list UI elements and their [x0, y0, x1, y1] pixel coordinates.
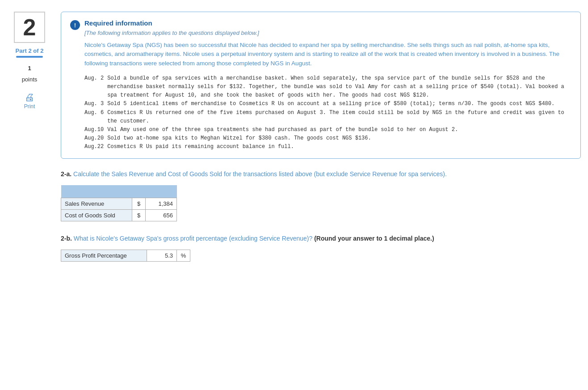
info-box: ! Required information [The following in… — [61, 12, 581, 159]
step-number: 2 — [14, 12, 45, 43]
info-description: Nicole's Getaway Spa (NGS) has been so s… — [84, 41, 571, 68]
transaction-text: Sold two at-home spa kits to Meghan Witz… — [107, 134, 571, 143]
transaction-row: Aug.20 Sold two at-home spa kits to Megh… — [84, 134, 571, 143]
info-title: Required information — [84, 19, 571, 27]
transaction-text: Cosmetics R Us paid its remaining accoun… — [107, 143, 571, 151]
row-label: Cost of Goods Sold — [61, 209, 132, 221]
question-2a-section: 2-a. Calculate the Sales Revenue and Cos… — [61, 170, 581, 221]
transaction-date: Aug. 3 — [84, 100, 107, 108]
row-dollar: $ — [132, 198, 146, 209]
table-row: Cost of Goods Sold $ 656 — [61, 209, 177, 221]
row-label: Sales Revenue — [61, 198, 132, 209]
info-subtitle: [The following information applies to th… — [84, 30, 571, 36]
gp-table: Gross Profit Percentage 5.3 % — [61, 250, 190, 262]
print-button[interactable]: 🖨 Print — [24, 92, 35, 110]
transaction-row: Aug.22 Cosmetics R Us paid its remaining… — [84, 143, 571, 151]
sidebar: 2 Part 2 of 2 1 points 🖨 Print — [7, 7, 52, 383]
transaction-row: Aug. 6 Cosmetics R Us returned one of th… — [84, 109, 571, 126]
transaction-text: Sold 5 identical items of merchandise to… — [107, 100, 571, 108]
gp-percent: % — [177, 250, 190, 261]
transactions-area: Aug. 2 Sold a bundle of spa services wit… — [84, 74, 571, 152]
gp-row: Gross Profit Percentage 5.3 % — [61, 250, 190, 261]
transaction-date: Aug.22 — [84, 143, 107, 151]
table-header-cell — [61, 185, 177, 198]
points-label: points — [22, 76, 38, 83]
info-box-body: Required information [The following info… — [84, 19, 571, 151]
transaction-date: Aug. 2 — [84, 74, 107, 100]
question-2a-label: 2-a. Calculate the Sales Revenue and Cos… — [61, 170, 581, 179]
row-value[interactable]: 656 — [146, 209, 177, 221]
question-2b-bold: (Round your answer to 1 decimal place.) — [314, 235, 434, 242]
table-header-row — [61, 185, 177, 198]
transaction-row: Aug. 3 Sold 5 identical items of merchan… — [84, 100, 571, 108]
transaction-date: Aug.20 — [84, 134, 107, 143]
question-2b-label: 2-b. What is Nicole's Getaway Spa's gros… — [61, 234, 581, 243]
question-2a-text-content: Calculate the Sales Revenue and Cost of … — [73, 170, 447, 178]
main-content: ! Required information [The following in… — [52, 7, 581, 383]
part-progress-bar — [16, 56, 43, 58]
print-label: Print — [24, 103, 35, 110]
points-value: 1 — [28, 65, 31, 72]
transaction-row: Aug.10 Val Amy used one of the three spa… — [84, 126, 571, 134]
transaction-text: Sold a bundle of spa services with a mer… — [107, 74, 571, 100]
table-row: Sales Revenue $ 1,384 — [61, 198, 177, 209]
transaction-text: Cosmetics R Us returned one of the five … — [107, 109, 571, 126]
transaction-date: Aug.10 — [84, 126, 107, 134]
part-label: Part 2 of 2 — [16, 47, 44, 54]
gp-label: Gross Profit Percentage — [61, 250, 147, 261]
row-value[interactable]: 1,384 — [146, 198, 177, 209]
transaction-date: Aug. 6 — [84, 109, 107, 126]
row-dollar: $ — [132, 209, 146, 221]
data-table-2a: Sales Revenue $ 1,384 Cost of Goods Sold… — [61, 185, 177, 221]
transaction-row: Aug. 2 Sold a bundle of spa services wit… — [84, 74, 571, 100]
print-icon: 🖨 — [25, 92, 34, 103]
transaction-text: Val Amy used one of the three spa treatm… — [107, 126, 571, 134]
question-2b-text: What is Nicole's Getaway Spa's gross pro… — [74, 235, 313, 242]
gp-value[interactable]: 5.3 — [147, 250, 176, 261]
question-2a-num: 2-a. — [61, 170, 71, 178]
question-2b-section: 2-b. What is Nicole's Getaway Spa's gros… — [61, 234, 581, 262]
question-2b-num: 2-b. — [61, 235, 72, 242]
alert-icon: ! — [70, 20, 80, 30]
